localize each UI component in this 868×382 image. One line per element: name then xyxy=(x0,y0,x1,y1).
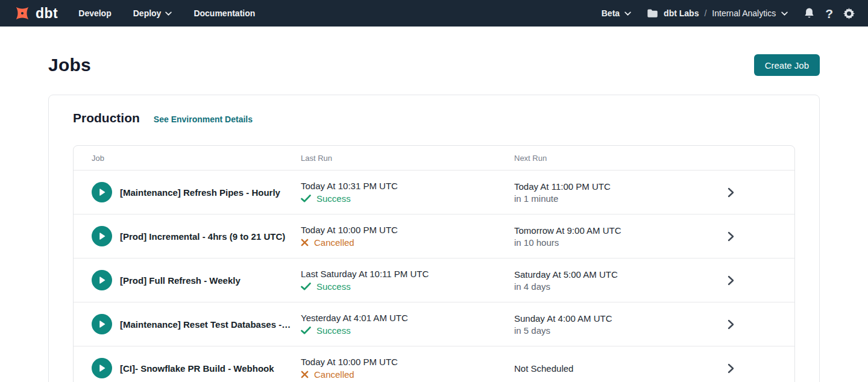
success-check-icon xyxy=(301,327,311,334)
run-job-play-button[interactable] xyxy=(92,314,112,334)
status-label: Success xyxy=(316,193,351,204)
job-name: [Prod] Full Refresh - Weekly xyxy=(120,275,250,286)
account-name: dbt Labs xyxy=(664,8,699,18)
chevron-right-icon[interactable] xyxy=(728,275,734,286)
nav-link-label: Develop xyxy=(78,8,111,18)
next-run-relative: in 10 hours xyxy=(514,237,719,248)
job-row[interactable]: [Maintenance] Refresh Pipes - Hourly Tod… xyxy=(74,170,794,214)
next-run-relative: in 4 days xyxy=(514,281,719,292)
beta-dropdown[interactable]: Beta xyxy=(602,8,631,18)
column-header-next-run: Next Run xyxy=(514,154,719,163)
run-job-play-button[interactable] xyxy=(92,358,112,378)
status-label: Success xyxy=(316,325,351,336)
nav-link-label: Documentation xyxy=(193,8,255,18)
settings-gear-icon[interactable] xyxy=(843,8,855,19)
row-chevron-cell xyxy=(719,231,794,242)
jobs-table: Job Last Run Next Run [Maintenance] Refr… xyxy=(73,145,795,382)
status-label: Cancelled xyxy=(314,369,354,380)
job-cell: [Maintenance] Reset Test Databases - W..… xyxy=(74,314,301,334)
column-header-last-run: Last Run xyxy=(301,154,514,163)
row-chevron-cell xyxy=(719,363,794,374)
path-separator: / xyxy=(704,8,706,18)
navbar-right: Beta dbt Labs / Internal Analytics xyxy=(602,7,855,20)
last-run-cell: Today At 10:31 PM UTC Success xyxy=(301,181,514,204)
job-name: [Maintenance] Reset Test Databases - W..… xyxy=(120,319,301,330)
jobs-table-body: [Maintenance] Refresh Pipes - Hourly Tod… xyxy=(74,170,794,382)
column-header-job: Job xyxy=(74,154,301,163)
chevron-down-icon xyxy=(165,11,172,16)
page-header: Jobs Create Job xyxy=(48,54,820,76)
next-run-cell: Tomorrow At 9:00 AM UTC in 10 hours xyxy=(514,225,719,248)
job-name: [Maintenance] Refresh Pipes - Hourly xyxy=(120,187,290,198)
last-run-time: Today At 10:00 PM UTC xyxy=(301,225,514,235)
see-environment-details-link[interactable]: See Environment Details xyxy=(154,114,253,124)
next-run-time: Tomorrow At 9:00 AM UTC xyxy=(514,225,719,236)
next-run-time: Not Scheduled xyxy=(514,363,719,374)
row-chevron-cell xyxy=(719,319,794,330)
job-cell: [Maintenance] Refresh Pipes - Hourly xyxy=(74,182,301,202)
chevron-right-icon[interactable] xyxy=(728,187,734,198)
last-run-time: Yesterday At 4:01 AM UTC xyxy=(301,313,514,323)
next-run-cell: Not Scheduled xyxy=(514,363,719,374)
next-run-relative: in 5 days xyxy=(514,325,719,336)
chevron-right-icon[interactable] xyxy=(728,231,734,242)
project-switcher[interactable]: dbt Labs / Internal Analytics xyxy=(647,8,788,18)
row-chevron-cell xyxy=(719,275,794,286)
status-line: Success xyxy=(301,193,514,204)
next-run-cell: Today At 11:00 PM UTC in 1 minute xyxy=(514,181,719,204)
last-run-time: Today At 10:00 PM UTC xyxy=(301,357,514,367)
jobs-table-header: Job Last Run Next Run xyxy=(74,146,794,170)
status-label: Success xyxy=(316,281,351,292)
chevron-down-icon xyxy=(781,11,788,16)
job-cell: [Prod] Incremental - 4hrs (9 to 21 UTC) xyxy=(74,226,301,246)
last-run-time: Last Saturday At 10:11 PM UTC xyxy=(301,269,514,279)
run-job-play-button[interactable] xyxy=(92,226,112,246)
nav-link-develop[interactable]: Develop xyxy=(78,8,111,18)
job-row[interactable]: [Prod] Incremental - 4hrs (9 to 21 UTC) … xyxy=(74,214,794,258)
nav-link-deploy[interactable]: Deploy xyxy=(133,8,172,18)
chevron-down-icon xyxy=(624,11,631,16)
run-job-play-button[interactable] xyxy=(92,182,112,202)
status-label: Cancelled xyxy=(314,237,354,248)
run-job-play-button[interactable] xyxy=(92,270,112,290)
job-name: [CI]- Snowflake PR Build - Webhook xyxy=(120,363,284,374)
dbt-logo[interactable]: dbt xyxy=(13,4,58,22)
next-run-cell: Saturday At 5:00 AM UTC in 4 days xyxy=(514,269,719,292)
nav-link-documentation[interactable]: Documentation xyxy=(193,8,255,18)
success-check-icon xyxy=(301,283,311,290)
last-run-cell: Today At 10:00 PM UTC Cancelled xyxy=(301,225,514,248)
brand-text: dbt xyxy=(36,5,58,22)
chevron-right-icon[interactable] xyxy=(728,363,734,374)
environment-card: Production See Environment Details Job L… xyxy=(48,95,820,382)
next-run-time: Saturday At 5:00 AM UTC xyxy=(514,269,719,280)
help-icon[interactable]: ? xyxy=(825,7,833,20)
nav-link-label: Deploy xyxy=(133,8,162,18)
status-line: Cancelled xyxy=(301,237,514,248)
dbt-logo-icon xyxy=(13,4,31,22)
page-title: Jobs xyxy=(48,55,91,75)
top-navbar: dbt Develop Deploy Documentation Beta db… xyxy=(0,0,868,27)
project-name: Internal Analytics xyxy=(712,8,776,18)
row-chevron-cell xyxy=(719,187,794,198)
next-run-time: Sunday At 4:00 AM UTC xyxy=(514,313,719,324)
success-check-icon xyxy=(301,195,311,202)
job-row[interactable]: [CI]- Snowflake PR Build - Webhook Today… xyxy=(74,346,794,382)
next-run-cell: Sunday At 4:00 AM UTC in 5 days xyxy=(514,313,719,336)
last-run-cell: Today At 10:00 PM UTC Cancelled xyxy=(301,357,514,380)
create-job-button[interactable]: Create Job xyxy=(754,54,820,76)
chevron-right-icon[interactable] xyxy=(728,319,734,330)
last-run-cell: Last Saturday At 10:11 PM UTC Success xyxy=(301,269,514,292)
next-run-relative: in 1 minute xyxy=(514,193,719,204)
status-line: Cancelled xyxy=(301,369,514,380)
job-name: [Prod] Incremental - 4hrs (9 to 21 UTC) xyxy=(120,231,295,242)
job-row[interactable]: [Prod] Full Refresh - Weekly Last Saturd… xyxy=(74,258,794,302)
status-line: Success xyxy=(301,281,514,292)
notifications-bell-icon[interactable] xyxy=(804,7,815,19)
last-run-cell: Yesterday At 4:01 AM UTC Success xyxy=(301,313,514,336)
next-run-time: Today At 11:00 PM UTC xyxy=(514,181,719,192)
job-cell: [Prod] Full Refresh - Weekly xyxy=(74,270,301,290)
environment-name: Production xyxy=(73,111,140,125)
environment-header: Production See Environment Details xyxy=(73,111,795,125)
job-cell: [CI]- Snowflake PR Build - Webhook xyxy=(74,358,301,378)
job-row[interactable]: [Maintenance] Reset Test Databases - W..… xyxy=(74,302,794,346)
